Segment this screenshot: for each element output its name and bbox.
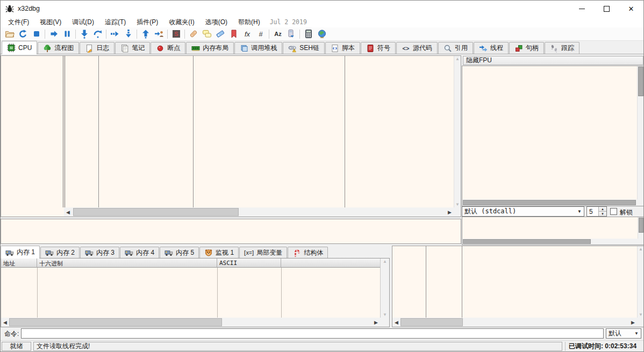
arguments-pane[interactable] [462, 217, 644, 245]
scrollbar-thumb[interactable] [73, 208, 239, 216]
labels-button[interactable] [213, 28, 227, 40]
scroll-down-icon[interactable]: ▼ [455, 202, 460, 207]
tab-log[interactable]: 日志 [80, 42, 115, 54]
disassembly-hscrollbar[interactable]: ◀ ▶ [64, 207, 454, 217]
settings-button[interactable] [315, 28, 328, 40]
scroll-down-icon[interactable]: ▼ [639, 312, 643, 318]
minimize-button[interactable] [569, 1, 594, 17]
tab-script[interactable]: 脚本 [325, 42, 360, 54]
tab-struct[interactable]: 结构体 [288, 247, 328, 258]
disassembly-pane[interactable]: ▲ ▼ ◀ ▶ [1, 55, 461, 217]
command-profile-select[interactable]: 默认 ▼ [606, 328, 641, 339]
tab-dump-3[interactable]: 内存 3 [80, 247, 119, 258]
tab-breakpoints[interactable]: 断点 [151, 42, 185, 54]
open-file-button[interactable] [3, 28, 16, 40]
hide-fpu-button[interactable]: 隐藏FPU [463, 56, 643, 65]
unlock-checkbox[interactable] [610, 208, 617, 215]
disassembly-vscrollbar[interactable]: ▲ ▼ [454, 56, 461, 207]
info-pane[interactable] [1, 219, 461, 244]
tab-memory-map[interactable]: 内存布局 [186, 42, 234, 54]
functions-button[interactable]: fx [240, 28, 254, 40]
column-header-ascii[interactable]: ASCII [217, 258, 281, 268]
close-debuggee-button[interactable] [30, 28, 43, 40]
step-into-button[interactable] [77, 28, 91, 40]
stack-hscrollbar[interactable]: ◀ ▶ [392, 318, 637, 327]
tab-handles[interactable]: 句柄 [509, 42, 544, 54]
trace-into-button[interactable] [108, 28, 121, 40]
menu-view[interactable]: 视图(V) [34, 17, 67, 28]
registers-hscrollbar[interactable] [462, 199, 637, 206]
menu-plugins[interactable]: 插件(P) [131, 17, 163, 28]
tab-watch-1[interactable]: 监视 1 [199, 247, 239, 258]
scrollbar-thumb[interactable] [463, 239, 591, 244]
calculator-button[interactable] [302, 28, 315, 40]
scroll-left-icon[interactable]: ◀ [392, 320, 400, 325]
tab-locals[interactable]: [x=] 局部变量 [239, 247, 287, 258]
tab-call-stack[interactable]: 调用堆栈 [234, 42, 282, 54]
patches-button[interactable] [187, 28, 200, 40]
tab-dump-2[interactable]: 内存 2 [40, 247, 80, 258]
tab-source[interactable]: <> 源代码 [396, 42, 438, 54]
arguments-vscrollbar[interactable] [638, 217, 644, 239]
menu-favourites[interactable]: 收藏夹(I) [163, 17, 199, 28]
source-button[interactable]: S [169, 28, 183, 40]
scroll-up-icon[interactable]: ▲ [455, 56, 460, 62]
tab-dump-5[interactable]: 内存 5 [160, 247, 199, 258]
tab-threads[interactable]: 线程 [474, 42, 509, 54]
run-to-user-code-button[interactable] [152, 28, 166, 40]
scroll-up-icon[interactable]: ▲ [639, 246, 643, 252]
maximize-button[interactable] [594, 1, 619, 17]
restart-button[interactable] [16, 28, 30, 40]
spin-down-icon[interactable]: ▼ [599, 212, 606, 216]
scroll-down-icon[interactable]: ▼ [383, 312, 387, 318]
dump-hscrollbar[interactable]: ◀ ▶ [1, 318, 380, 327]
tab-dump-4[interactable]: 内存 4 [120, 247, 159, 258]
menu-file[interactable]: 文件(F) [3, 17, 34, 28]
control-flow-button[interactable]: # [254, 28, 267, 40]
arguments-hscrollbar[interactable] [462, 239, 638, 245]
registers-pane[interactable] [462, 66, 644, 206]
scrollbar-thumb[interactable] [639, 218, 643, 233]
stack-vscrollbar[interactable]: ▲ ▼ [637, 246, 644, 318]
scroll-right-icon[interactable]: ▶ [446, 210, 454, 215]
scrollbar-thumb[interactable] [9, 318, 222, 326]
scroll-right-icon[interactable]: ▶ [629, 320, 637, 325]
step-over-button[interactable] [91, 28, 104, 40]
scrollbar-thumb[interactable] [638, 67, 643, 96]
pause-button[interactable] [60, 28, 74, 40]
registers-vscrollbar[interactable] [637, 66, 644, 199]
spin-up-icon[interactable]: ▲ [599, 207, 606, 212]
scroll-left-icon[interactable]: ◀ [64, 210, 72, 215]
argument-count-stepper[interactable]: 5 ▲▼ [586, 206, 607, 217]
strings-button[interactable]: Az [271, 28, 284, 40]
run-until-return-button[interactable] [139, 28, 152, 40]
column-header-address[interactable]: 地址 [1, 258, 37, 268]
close-button[interactable]: ✕ [619, 1, 643, 17]
tab-trace[interactable]: 跟踪 [545, 42, 579, 54]
scroll-right-icon[interactable]: ▶ [372, 320, 380, 325]
run-button[interactable] [47, 28, 60, 40]
bookmarks-button[interactable] [227, 28, 240, 40]
column-header-hex[interactable]: 十六进制 [37, 258, 217, 268]
calling-convention-select[interactable]: 默认 (stdcall) ▼ [462, 206, 584, 217]
tab-references[interactable]: 引用 [438, 42, 473, 54]
tab-symbols[interactable]: 符号 [361, 42, 396, 54]
trace-over-button[interactable] [121, 28, 135, 40]
tab-notes[interactable]: 笔记 [115, 42, 150, 54]
memory-dump-pane[interactable]: 地址 十六进制 ASCII ▲ ▼ ◀ ▶ [1, 258, 390, 327]
tab-seh[interactable]: ! SEH链 [283, 42, 325, 54]
menu-options[interactable]: 选项(O) [200, 17, 233, 28]
scrollbar-thumb[interactable] [463, 200, 636, 205]
tab-cpu[interactable]: 32 CPU [2, 41, 37, 54]
menu-trace[interactable]: 追踪(T) [99, 17, 131, 28]
comments-button[interactable] [200, 28, 213, 40]
scroll-up-icon[interactable]: ▲ [383, 258, 387, 264]
scrollbar-thumb[interactable] [400, 318, 463, 326]
menu-help[interactable]: 帮助(H) [233, 17, 266, 28]
command-input[interactable] [21, 328, 604, 339]
scroll-left-icon[interactable]: ◀ [1, 320, 9, 325]
tab-graph[interactable]: 流程图 [38, 42, 79, 54]
tab-dump-1[interactable]: 内存 1 [1, 246, 40, 258]
modules-button[interactable] [284, 28, 298, 40]
menu-debug[interactable]: 调试(D) [67, 17, 99, 28]
